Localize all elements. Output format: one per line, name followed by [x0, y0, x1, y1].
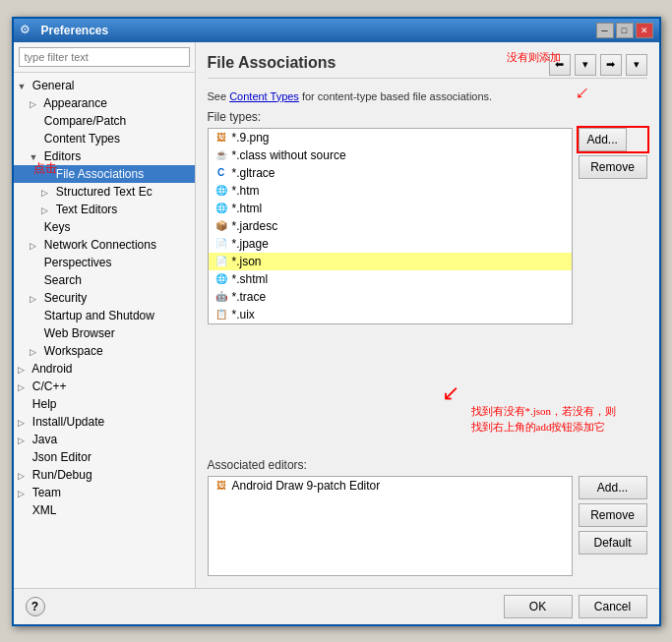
tree-item-text-editors[interactable]: ▷ Text Editors: [14, 201, 195, 218]
tree-label: Keys: [44, 220, 71, 234]
tree-item-startup-shutdown[interactable]: Startup and Shutdow: [14, 307, 195, 324]
window-title: Preferences: [41, 24, 109, 37]
spacer: [30, 117, 41, 127]
add-editor-button[interactable]: Add...: [579, 476, 647, 499]
file-icon: 📋: [214, 308, 228, 321]
file-icon: 🖼: [214, 131, 228, 145]
expand-icon: ▷: [30, 294, 41, 304]
tree-item-content-types[interactable]: Content Types: [14, 130, 195, 147]
list-item[interactable]: 📄 *.jpage: [209, 235, 572, 253]
associated-editors-label: Associated editors:: [208, 458, 647, 472]
maximize-button[interactable]: □: [616, 23, 634, 38]
tree-item-install-update[interactable]: ▷ Install/Update: [14, 413, 195, 431]
preferences-window: ⚙ Preferences ─ □ ✕ ▼ General ▷ App: [12, 17, 661, 626]
tree-item-java[interactable]: ▷ Java: [14, 431, 195, 448]
remove-editor-button[interactable]: Remove: [579, 503, 647, 527]
expand-icon: ▼: [30, 152, 41, 162]
tree-item-workspace[interactable]: ▷ Workspace: [14, 342, 195, 360]
tree-item-json-editor[interactable]: Json Editor: [14, 448, 195, 466]
tree-label: Network Connections: [44, 238, 156, 252]
tree-label: Search: [44, 273, 82, 287]
list-item[interactable]: 🤖 *.trace: [209, 288, 572, 306]
tree-item-keys[interactable]: Keys: [14, 218, 195, 236]
list-item[interactable]: 🌐 *.htm: [209, 182, 572, 200]
list-item[interactable]: 📋 *.uix: [209, 306, 572, 323]
editor-icon: 🖼: [214, 479, 228, 493]
tree-item-perspectives[interactable]: Perspectives: [14, 254, 195, 271]
tree-item-compare-patch[interactable]: Compare/Patch: [14, 112, 195, 130]
expand-icon: ▷: [18, 365, 30, 375]
tree-item-structured-text[interactable]: ▷ Structured Text Ec: [14, 183, 195, 201]
expand-icon: ▷: [18, 382, 30, 392]
list-item[interactable]: 🖼 *.9.png: [209, 129, 572, 146]
tree-label: Help: [32, 397, 57, 411]
tree-item-editors[interactable]: ▼ Editors: [14, 147, 195, 165]
add-file-type-button[interactable]: Add...: [579, 128, 627, 151]
tree-item-web-browser[interactable]: Web Browser: [14, 324, 195, 342]
expand-icon: ▷: [41, 188, 53, 198]
spacer: [30, 329, 41, 339]
tree-label: Appearance: [43, 96, 107, 110]
title-bar: ⚙ Preferences ─ □ ✕: [14, 19, 659, 42]
tree-label: Install/Update: [32, 415, 104, 429]
associated-editor-item[interactable]: 🖼 Android Draw 9-patch Editor: [209, 477, 572, 495]
tree-label: Editors: [44, 149, 81, 163]
content-types-link[interactable]: Content Types: [229, 90, 299, 102]
associated-editors-list[interactable]: 🖼 Android Draw 9-patch Editor: [208, 476, 573, 576]
description: See Content Types for content-type based…: [208, 90, 647, 102]
tree-label: Security: [44, 291, 87, 305]
expand-icon: ▷: [30, 347, 41, 357]
file-name: *.json: [232, 255, 262, 268]
tree-item-security[interactable]: ▷ Security: [14, 289, 195, 307]
expand-icon: ▷: [18, 489, 30, 498]
default-editor-button[interactable]: Default: [579, 531, 647, 554]
tree-item-help[interactable]: Help: [14, 395, 195, 413]
window-icon: ⚙: [20, 23, 35, 38]
tree-label: Text Editors: [56, 203, 118, 216]
associated-editors-container: 🖼 Android Draw 9-patch Editor Add... Rem…: [208, 476, 647, 576]
expand-icon: ▷: [30, 241, 41, 251]
remove-file-type-button[interactable]: Remove: [579, 155, 647, 179]
file-types-container: 🖼 *.9.png ☕ *.class without source C *.g…: [208, 128, 647, 324]
tree-item-search[interactable]: Search: [14, 271, 195, 289]
tree-item-cpp[interactable]: ▷ C/C++: [14, 378, 195, 395]
menu-button[interactable]: ▾: [626, 54, 647, 76]
file-name: *.uix: [232, 308, 255, 321]
list-item[interactable]: C *.gltrace: [209, 164, 572, 182]
right-panel: ⬅ ▾ ➡ ▾ 没有则添加 ↓ File Associations See Co…: [196, 42, 659, 588]
file-types-label: File types:: [208, 110, 647, 124]
list-item[interactable]: 📦 *.jardesc: [209, 217, 572, 235]
bottom-bar: ? OK Cancel: [14, 588, 659, 624]
forward-button[interactable]: ➡: [600, 54, 622, 76]
back-button[interactable]: ⬅: [549, 54, 571, 76]
tree-label: C/C++: [32, 379, 67, 393]
tree-item-android[interactable]: ▷ Android: [14, 360, 195, 378]
help-button[interactable]: ?: [26, 597, 45, 616]
toolbar: ⬅ ▾ ➡ ▾: [549, 54, 647, 76]
dropdown-button[interactable]: ▾: [575, 54, 596, 76]
minimize-button[interactable]: ─: [596, 23, 614, 38]
ok-button[interactable]: OK: [504, 595, 573, 618]
tree-item-general[interactable]: ▼ General: [14, 77, 195, 94]
tree-item-appearance[interactable]: ▷ Appearance: [14, 94, 195, 112]
list-item[interactable]: 🌐 *.html: [209, 200, 572, 217]
cancel-button[interactable]: Cancel: [579, 595, 647, 618]
tree-label: Content Types: [44, 132, 120, 146]
tree-item-network-connections[interactable]: ▷ Network Connections: [14, 236, 195, 254]
close-button[interactable]: ✕: [636, 23, 653, 38]
list-item[interactable]: 🌐 *.shtml: [209, 270, 572, 288]
tree-label: Structured Text Ec: [56, 185, 153, 199]
file-name: *.htm: [232, 184, 260, 198]
list-item[interactable]: ☕ *.class without source: [209, 146, 572, 164]
associated-editors-buttons: Add... Remove Default: [579, 476, 647, 576]
tree-item-file-associations[interactable]: File Associations: [14, 165, 195, 183]
file-types-list[interactable]: 🖼 *.9.png ☕ *.class without source C *.g…: [208, 128, 573, 324]
tree-item-xml[interactable]: XML: [14, 501, 195, 519]
file-name: *.9.png: [232, 131, 270, 145]
tree-item-team[interactable]: ▷ Team: [14, 484, 195, 501]
list-item-json[interactable]: 📄 *.json: [209, 253, 572, 270]
filter-input[interactable]: [19, 47, 190, 67]
tree-item-run-debug[interactable]: ▷ Run/Debug: [14, 466, 195, 484]
file-name: *.jardesc: [232, 219, 278, 233]
file-name: *.trace: [232, 290, 267, 304]
